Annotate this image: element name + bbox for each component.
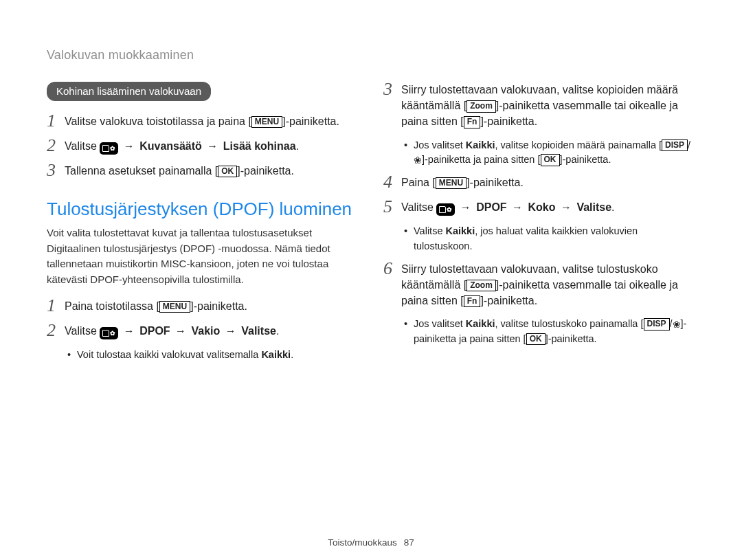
step-text: Valitse → Kuvansäätö → Lisää kohinaa.	[65, 138, 359, 155]
menu-icon: MENU	[159, 301, 190, 313]
fn-icon: Fn	[464, 116, 481, 128]
step-number: 3	[383, 80, 401, 98]
bold-text: Kaikki	[466, 139, 495, 150]
arrow: →	[455, 201, 476, 213]
text: Tallenna asetukset painamalla [	[65, 165, 218, 177]
bold-text: Koko	[528, 201, 556, 213]
text: Valitse	[401, 201, 436, 213]
text: .	[296, 140, 299, 152]
text: Valitse	[65, 140, 100, 152]
step-text: Valitse → DPOF → Koko → Valitse.	[401, 199, 695, 216]
step-2: 2 Valitse → Kuvansäätö → Lisää kohinaa.	[47, 138, 359, 155]
step-number: 2	[47, 322, 65, 339]
arrow: →	[507, 201, 528, 213]
step-b1: 1 Paina toistotilassa [MENU]-painiketta.	[47, 298, 359, 315]
text: .	[291, 349, 293, 360]
bullet-dot: •	[404, 138, 414, 168]
text: .	[276, 325, 279, 337]
ok-icon: OK	[526, 333, 546, 345]
step-number: 5	[383, 198, 401, 216]
menu-icon: MENU	[436, 177, 466, 189]
edit-photo-icon	[436, 203, 455, 216]
text: Valitse	[414, 225, 445, 236]
step-r4: 4 Paina [MENU]-painiketta.	[383, 175, 695, 191]
right-column: 3 Siirry tulostettavaan valokuvaan, vali…	[383, 82, 695, 370]
step-text: Siirry tulostettavaan valokuvaan, valits…	[401, 82, 695, 130]
step-text: Tallenna asetukset painamalla [OK]-paini…	[65, 163, 359, 179]
text: ]-painiketta.	[190, 300, 247, 312]
bullet-item: • Voit tulostaa kaikki valokuvat valitse…	[67, 348, 359, 363]
text: Jos valitset	[414, 139, 466, 150]
text: ]-painiketta vasemmalle tai oikealle ja	[496, 279, 678, 291]
disp-icon: DISP	[662, 139, 688, 151]
left-column: Kohinan lisääminen valokuvaan 1 Valitse …	[47, 82, 359, 370]
bold-text: Valitse	[576, 201, 611, 213]
text: , valitse kopioiden määrä painamalla	[495, 139, 659, 150]
step-text: Valitse → DPOF → Vakio → Valitse.	[65, 323, 359, 339]
bold-text: Lisää kohinaa	[223, 140, 296, 152]
zoom-icon: Zoom	[466, 280, 496, 291]
arrow: →	[556, 201, 577, 213]
text: ]-painiketta.	[282, 115, 339, 127]
arrow: →	[202, 140, 223, 152]
macro-icon: ❀	[673, 320, 681, 329]
menu-icon: MENU	[251, 116, 282, 128]
bold-text: Valitse	[241, 325, 276, 337]
step-b2: 2 Valitse → DPOF → Vakio → Valitse.	[47, 323, 359, 339]
bold-text: Kuvansäätö	[139, 140, 202, 152]
text: ]-painiketta.	[480, 115, 537, 127]
footer-label: Toisto/muokkaus	[328, 537, 397, 548]
text: ]-painiketta.	[560, 154, 611, 165]
text: kääntämällä [	[401, 100, 466, 111]
bullet-text: Jos valitset Kaikki, valitse kopioiden m…	[414, 138, 695, 168]
subsection-pill: Kohinan lisääminen valokuvaan	[47, 82, 211, 101]
step-3: 3 Tallenna asetukset painamalla [OK]-pai…	[47, 163, 359, 179]
text: Voit tulostaa kaikki valokuvat valitsema…	[77, 349, 261, 360]
slash: /	[688, 139, 690, 150]
bold-text: DPOF	[139, 325, 170, 337]
two-column-layout: Kohinan lisääminen valokuvaan 1 Valitse …	[47, 82, 695, 370]
bullet-item: • Valitse Kaikki, jos haluat valita kaik…	[404, 224, 695, 254]
text: paina sitten [	[401, 115, 464, 127]
text: Paina toistotilassa [	[65, 300, 159, 312]
arrow: →	[118, 325, 139, 337]
step-text: Valitse valokuva toistotilassa ja paina …	[65, 113, 359, 129]
edit-photo-icon	[100, 327, 118, 339]
bullet-text: Voit tulostaa kaikki valokuvat valitsema…	[77, 348, 359, 363]
text: ]-painiketta ja paina sitten [	[422, 154, 541, 165]
step-r5: 5 Valitse → DPOF → Koko → Valitse.	[383, 199, 695, 216]
step-text: Siirry tulostettavaan valokuvaan, valits…	[401, 261, 695, 309]
text: ]-painiketta.	[546, 333, 597, 344]
page-number: 87	[404, 537, 414, 548]
paragraph: Voit valita tulostettavat kuvat ja talle…	[47, 225, 359, 287]
section-header: Valokuvan muokkaaminen	[47, 48, 695, 63]
bold-text: Vakio	[192, 325, 221, 337]
step-number: 6	[383, 260, 401, 278]
step-number: 2	[47, 137, 65, 155]
page-footer: Toisto/muokkaus 87	[0, 537, 742, 548]
bullet-text: Valitse Kaikki, jos haluat valita kaikki…	[414, 224, 695, 254]
bullet-item: • Jos valitset Kaikki, valitse kopioiden…	[404, 138, 695, 168]
bold-text: DPOF	[476, 201, 506, 213]
arrow: →	[220, 325, 241, 337]
ok-icon: OK	[541, 154, 560, 166]
step-1: 1 Valitse valokuva toistotilassa ja pain…	[47, 113, 359, 130]
bullet-dot: •	[67, 348, 77, 363]
arrow: →	[118, 140, 139, 152]
step-r6: 6 Siirry tulostettavaan valokuvaan, vali…	[383, 261, 695, 309]
arrow: →	[170, 325, 192, 337]
step-number: 1	[47, 297, 65, 315]
text: kääntämällä [	[401, 279, 466, 291]
step-number: 1	[47, 112, 65, 130]
step-number: 4	[383, 173, 401, 191]
text: paina sitten [	[401, 295, 464, 306]
text: , valitse tulostuskoko painamalla	[495, 318, 640, 329]
text: ]-painiketta vasemmalle tai oikealle ja	[496, 100, 678, 111]
zoom-icon: Zoom	[466, 100, 496, 112]
text: Jos valitset	[414, 318, 466, 329]
bold-text: Kaikki	[261, 349, 291, 360]
bullet-dot: •	[404, 317, 414, 347]
text: Siirry tulostettavaan valokuvaan, valits…	[401, 84, 678, 96]
disp-icon: DISP	[644, 318, 670, 330]
text: .	[611, 201, 614, 213]
